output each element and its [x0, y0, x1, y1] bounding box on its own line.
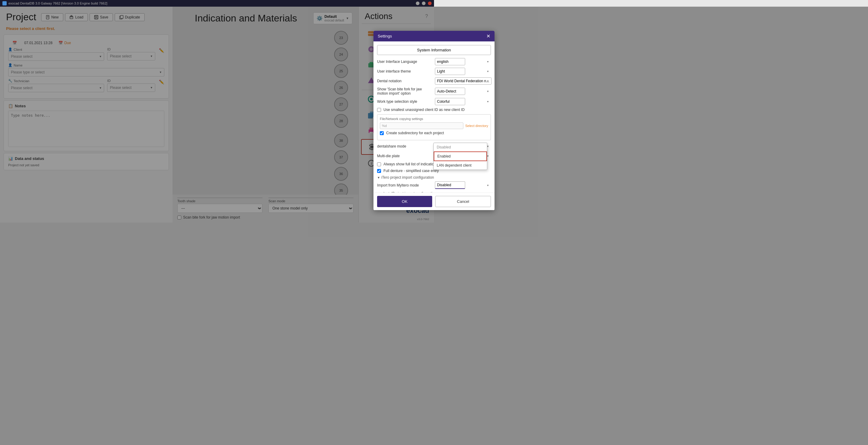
app-logo [2, 1, 7, 5]
file-path-row: Select directory [380, 123, 434, 129]
itero-label: iTero project import configuration [381, 175, 434, 179]
system-info-button[interactable]: System Information [377, 45, 434, 55]
dentalshare-mode-label: dentalshare mode [377, 144, 433, 148]
scan-bite-setting-row: Show 'Scan bite fork for jaw motion impo… [377, 87, 434, 96]
create-subdir-checkbox[interactable] [380, 131, 384, 135]
dental-project-row[interactable]: ▼ .dentalProject import configuration [377, 191, 434, 193]
settings-dialog: Settings ✕ System Information User Inter… [373, 31, 434, 210]
always-show-checkbox[interactable] [377, 162, 381, 166]
dropdown-disabled[interactable]: Disabled [434, 143, 434, 151]
dropdown-enabled[interactable]: Enabled [434, 151, 434, 161]
dental-project-label: .dentalProject import configuration [381, 191, 434, 193]
maximize-btn[interactable] [422, 1, 426, 5]
file-network-section: File/Network copying settings Select dir… [377, 114, 434, 140]
use-smallest-id-row: Use smallest unassigned client ID as new… [377, 108, 434, 112]
itero-row[interactable]: ▼ iTero project import configuration [377, 175, 434, 179]
dentalshare-mode-row: dentalshare mode Enabled [377, 143, 434, 150]
itero-collapse-icon: ▼ [377, 176, 380, 179]
dialog-footer: OK Cancel [373, 193, 434, 210]
theme-label: User interface theme [377, 69, 433, 73]
multi-die-row: Multi-die plate Sample plate [377, 152, 434, 160]
always-show-label: Always show full list of indications [383, 162, 434, 166]
full-denture-label: Full denture - simplified case entry [383, 169, 434, 173]
work-type-label: Work type selection style [377, 99, 433, 104]
file-network-title: File/Network copying settings [380, 117, 434, 121]
close-btn[interactable] [428, 1, 432, 5]
full-denture-row: Full denture - simplified case entry [377, 169, 434, 173]
titlebar: exocad DentalDB 3.0 Galway 7662 [Version… [0, 0, 434, 7]
scan-bite-setting-label: Show 'Scan bite fork for jaw motion impo… [377, 87, 433, 96]
dialog-body: System Information User Interface Langua… [373, 41, 434, 193]
import-mode-row: Import from MyItero mode Disabled [377, 181, 434, 189]
theme-row: User interface theme Light [377, 68, 434, 75]
dialog-titlebar: Settings ✕ [373, 31, 434, 41]
use-smallest-id-checkbox[interactable] [377, 108, 381, 112]
notation-row: Dental notation FDI World Dental Federat… [377, 77, 434, 84]
work-type-row: Work type selection style Colorful [377, 98, 434, 105]
language-label: User Interface Language [377, 60, 433, 64]
full-denture-checkbox[interactable] [377, 169, 381, 173]
language-row: User Interface Language english [377, 58, 434, 65]
import-mode-dropdown: Disabled Enabled LAN dependent client [433, 143, 434, 170]
create-subdir-label: Create subdirectory for each project [386, 131, 434, 135]
app-title: exocad DentalDB 3.0 Galway 7662 [Version… [8, 1, 107, 5]
multi-die-label: Multi-die plate [377, 154, 433, 158]
dental-project-collapse-icon: ▼ [377, 192, 380, 193]
dialog-overlay: Settings ✕ System Information User Inter… [0, 7, 434, 222]
always-show-row: Always show full list of indications [377, 162, 434, 166]
dialog-title: Settings [378, 34, 392, 38]
import-mode-label: Import from MyItero mode [377, 183, 433, 187]
notation-label: Dental notation [377, 79, 433, 83]
file-path-input[interactable] [380, 123, 434, 129]
window-controls [416, 1, 432, 5]
create-subdir-row: Create subdirectory for each project [380, 131, 434, 135]
dropdown-lan[interactable]: LAN dependent client [434, 161, 434, 170]
use-smallest-id-label: Use smallest unassigned client ID as new… [383, 108, 434, 112]
ok-button[interactable]: OK [377, 196, 432, 207]
minimize-btn[interactable] [416, 1, 420, 5]
